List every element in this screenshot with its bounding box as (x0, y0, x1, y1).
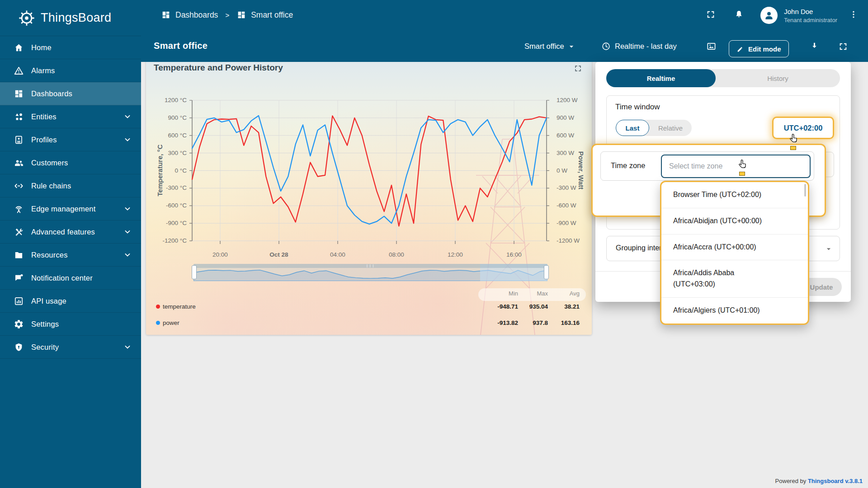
power-legend-dot (156, 321, 160, 325)
chevron-down-icon (567, 42, 576, 51)
sidebar-item-customers[interactable]: Customers (0, 151, 141, 174)
chevron-down-icon (123, 343, 132, 352)
sidebar-item-label: Customers (31, 159, 68, 167)
sidebar-item-label: Security (31, 343, 59, 352)
notification-icon (14, 273, 24, 283)
toggle-last[interactable]: Last (616, 120, 649, 136)
settings-icon (14, 319, 24, 329)
y-tick-left: 600 °C (157, 132, 187, 139)
sidebar-item-label: Edge management (31, 205, 95, 213)
fullscreen-icon[interactable] (706, 9, 716, 21)
sidebar-item-home[interactable]: Home (0, 36, 141, 59)
x-tick: 16:00 (494, 251, 534, 258)
legend-column-avg: Avg (548, 290, 580, 297)
sidebar-item-entities[interactable]: Entities (0, 105, 141, 128)
timezone-option[interactable]: Africa/Abidjan (UTC+00:00) (661, 208, 808, 234)
legend-min-value: -913.82 (486, 319, 518, 326)
toggle-relative[interactable]: Relative (649, 120, 692, 136)
chevron-down-icon (123, 227, 132, 236)
timezone-option[interactable]: Browser Time (UTC+02:00) (661, 182, 808, 208)
edge-icon (14, 204, 24, 214)
clock-icon (601, 42, 611, 51)
security-icon (14, 342, 24, 352)
user-area: John Doe Tenant administrator (706, 0, 868, 31)
sidebar-item-dashboards[interactable]: Dashboards (0, 82, 141, 105)
thingsboard-logo[interactable]: ThingsBoard (0, 0, 141, 36)
x-tick: 08:00 (376, 251, 417, 258)
temperature-legend-dot (156, 305, 160, 309)
user-info[interactable]: John Doe Tenant administrator (784, 8, 837, 23)
range-slider-handle-left[interactable] (192, 265, 197, 279)
legend-avg-value: 38.21 (548, 303, 580, 310)
timezone-button[interactable]: UTC+02:00 (772, 117, 834, 139)
widget-expand-icon[interactable] (574, 64, 582, 75)
widget-title: Temperature and Power History (154, 63, 283, 73)
x-tick: 12:00 (435, 251, 476, 258)
fullscreen-dashboard-icon[interactable] (838, 31, 848, 62)
y-tick-right: -1200 W (557, 237, 588, 244)
thingsboard-app: ThingsBoard HomeAlarmsDashboardsEntities… (0, 0, 868, 488)
range-slider-grip[interactable]: | | | (193, 264, 547, 268)
sidebar-item-api-usage[interactable]: API usage (0, 290, 141, 313)
y-tick-right: -900 W (557, 220, 588, 226)
timezone-option[interactable]: Africa/Accra (UTC+00:00) (661, 234, 808, 260)
home-icon (14, 42, 24, 53)
legend-column-max: Max (516, 290, 548, 297)
sidebar-item-rule-chains[interactable]: Rule chains (0, 174, 141, 197)
time-window-button[interactable]: Realtime - last day (601, 31, 677, 62)
api-icon (14, 296, 24, 306)
y-tick-right: 600 W (557, 132, 588, 139)
sidebar-item-security[interactable]: Security (0, 336, 141, 359)
image-gallery-icon[interactable] (706, 31, 717, 62)
breadcrumb-smart-office[interactable]: Smart office (251, 10, 293, 20)
tab-history[interactable]: History (716, 69, 840, 87)
timezone-option[interactable]: Africa/Algiers (UTC+01:00) (661, 297, 808, 324)
sidebar-item-profiles[interactable]: Profiles (0, 128, 141, 151)
profiles-icon (14, 135, 24, 145)
hand-cursor (738, 159, 748, 176)
timezone-label: Time zone (611, 161, 645, 170)
sidebar-item-advanced-features[interactable]: Advanced features (0, 221, 141, 244)
timezone-option[interactable]: Africa/Addis Ababa (UTC+03:00) (661, 260, 808, 297)
advanced-icon (14, 227, 24, 237)
click-indicator (790, 146, 796, 150)
tab-realtime[interactable]: Realtime (606, 69, 716, 87)
entities-icon (14, 112, 24, 122)
sidebar-item-label: API usage (31, 297, 66, 305)
sidebar-item-edge-management[interactable]: Edge management (0, 197, 141, 221)
timezone-search-input[interactable] (661, 155, 811, 178)
chevron-down-icon (123, 250, 132, 259)
timezone-dropdown: Browser Time (UTC+02:00)Africa/Abidjan (… (660, 181, 809, 325)
sidebar-item-alarms[interactable]: Alarms (0, 59, 141, 82)
sidebar-item-label: Entities (31, 113, 57, 121)
sidebar-item-label: Notification center (31, 274, 93, 282)
chevron-down-icon (824, 244, 833, 253)
avatar[interactable] (760, 7, 778, 24)
sidebar-item-notification-center[interactable]: Notification center (0, 267, 141, 290)
sidebar-item-resources[interactable]: Resources (0, 244, 141, 267)
state-select-value: Smart office (524, 42, 564, 51)
sidebar-item-label: Settings (31, 320, 59, 328)
breadcrumb-dashboards[interactable]: Dashboards (175, 10, 218, 20)
edit-mode-button[interactable]: Edit mode (729, 40, 789, 57)
sidebar-item-label: Advanced features (31, 228, 95, 236)
download-icon[interactable] (809, 31, 820, 62)
sidebar-item-label: Profiles (31, 136, 57, 144)
sidebar-item-label: Home (31, 43, 52, 52)
dropdown-scrollbar[interactable] (804, 184, 806, 197)
hand-cursor (789, 133, 799, 150)
click-indicator (739, 172, 745, 176)
dashboard-state-select[interactable]: Smart office (524, 31, 576, 62)
y-tick-right: 900 W (557, 114, 588, 121)
resources-icon (14, 250, 24, 260)
legend-avg-value: 163.16 (548, 319, 580, 326)
line-chart-plot (188, 96, 551, 252)
user-name: John Doe (784, 8, 837, 15)
kebab-menu-icon[interactable] (849, 9, 858, 22)
sidebar-item-settings[interactable]: Settings (0, 313, 141, 336)
thingsboard-version-link[interactable]: Thingsboard v.3.8.1 (808, 478, 863, 484)
range-slider-handle-right[interactable] (544, 265, 549, 279)
notifications-bell-icon[interactable] (734, 9, 744, 22)
y-tick-left: -1200 °C (157, 237, 187, 244)
timeseries-widget: Temperature and Power History 1200 °C120… (146, 58, 592, 335)
